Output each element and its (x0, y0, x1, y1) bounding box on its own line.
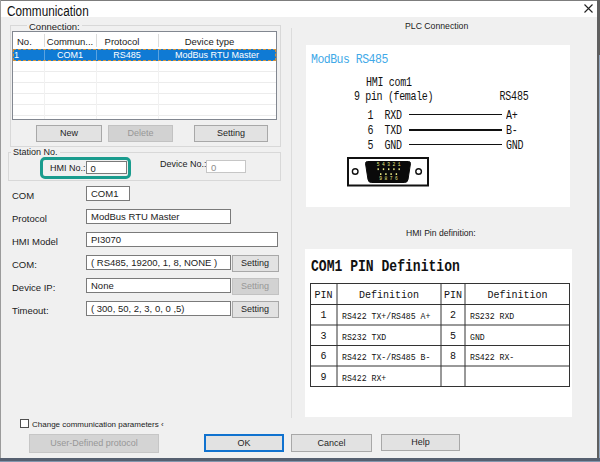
svg-text:6: 6 (395, 176, 398, 181)
svg-text:8: 8 (385, 176, 388, 181)
svg-text:Definition: Definition (359, 290, 419, 301)
svg-text:RS422 RX-: RS422 RX- (470, 353, 514, 362)
svg-text:RS422 RX+: RS422 RX+ (342, 374, 386, 383)
svg-text:Definition: Definition (487, 290, 547, 301)
svg-text:PIN: PIN (444, 290, 462, 301)
svg-text:GND: GND (470, 333, 485, 342)
svg-text:5: 5 (377, 162, 380, 167)
svg-text:9: 9 (379, 176, 382, 181)
svg-text:RS422 TX+/RS485 A+: RS422 TX+/RS485 A+ (342, 312, 431, 321)
svg-text:2: 2 (393, 162, 396, 167)
svg-text:9: 9 (320, 372, 326, 383)
svg-text:RS232 RXD: RS232 RXD (470, 312, 514, 321)
svg-text:7: 7 (390, 176, 393, 181)
svg-text:8: 8 (450, 351, 456, 362)
svg-text:2: 2 (450, 310, 456, 321)
svg-text:RS232 TXD: RS232 TXD (342, 333, 386, 342)
svg-text:6: 6 (320, 351, 326, 362)
svg-text:PIN: PIN (314, 290, 332, 301)
svg-text:RS422 TX-/RS485 B-: RS422 TX-/RS485 B- (342, 353, 430, 362)
svg-text:3: 3 (387, 162, 390, 167)
svg-text:1: 1 (320, 310, 326, 321)
svg-text:3: 3 (320, 331, 326, 342)
svg-text:4: 4 (382, 162, 385, 167)
svg-text:5: 5 (450, 331, 456, 342)
svg-text:1: 1 (398, 162, 401, 167)
